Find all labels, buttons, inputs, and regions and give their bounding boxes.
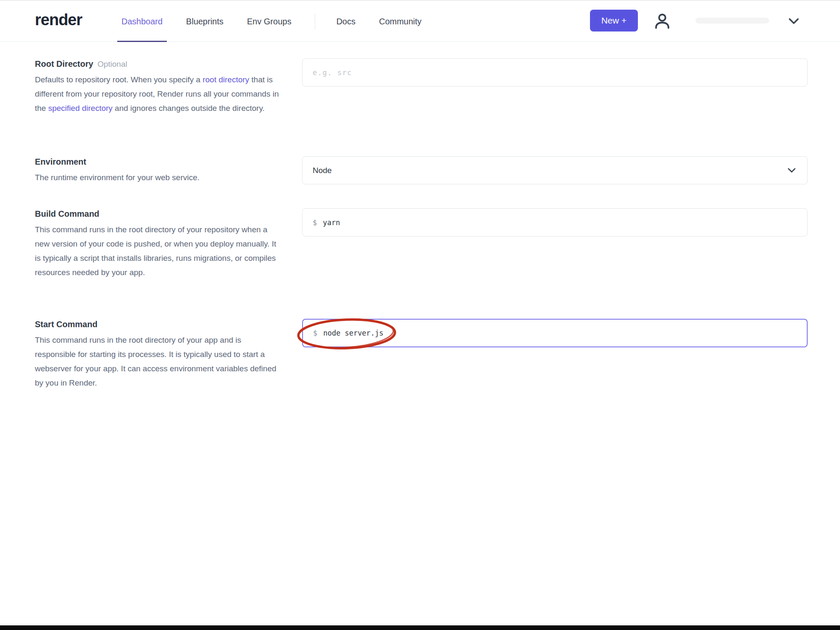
nav-env-groups[interactable]: Env Groups (245, 1, 294, 42)
screenshot-bottom-edge (0, 625, 840, 630)
shell-prompt-prefix: $ (313, 329, 317, 337)
nav-docs[interactable]: Docs (334, 1, 358, 42)
redacted-username (695, 18, 769, 24)
start-command-field: $ (302, 319, 808, 347)
build-command-label: Build Command (35, 209, 99, 218)
root-directory-description: Defaults to repository root. When you sp… (35, 73, 281, 116)
desc-text: Defaults to repository root. When you sp… (35, 75, 203, 84)
root-directory-link[interactable]: root directory (203, 75, 249, 84)
specified-directory-link[interactable]: specified directory (48, 104, 113, 113)
nav-blueprints[interactable]: Blueprints (184, 1, 226, 42)
select-chevron-down-icon (786, 166, 797, 175)
root-directory-input[interactable] (313, 68, 797, 77)
nav-community[interactable]: Community (377, 1, 424, 42)
desc-text: and ignores changes outside the director… (113, 104, 265, 113)
environment-info: Environment The runtime environment for … (35, 157, 281, 185)
optional-badge: Optional (97, 60, 127, 68)
nav-divider (315, 13, 315, 29)
chevron-down-icon[interactable] (787, 16, 801, 28)
environment-selected-value: Node (313, 166, 332, 175)
build-command-info: Build Command This command runs in the r… (35, 209, 281, 280)
new-button[interactable]: New + (590, 10, 638, 32)
nav-dashboard[interactable]: Dashboard (119, 1, 165, 42)
start-command-description: This command runs in the root directory … (35, 333, 281, 390)
root-directory-label: Root Directory (35, 59, 93, 68)
top-navigation-bar: render Dashboard Blueprints Env Groups D… (0, 1, 840, 42)
build-command-field: $ (302, 208, 808, 236)
root-directory-field (302, 58, 808, 87)
person-icon[interactable] (653, 12, 672, 31)
build-command-input[interactable] (323, 218, 797, 227)
environment-description: The runtime environment for your web ser… (35, 171, 281, 185)
root-directory-info: Root DirectoryOptional Defaults to repos… (35, 59, 281, 116)
shell-prompt-prefix: $ (313, 218, 317, 227)
environment-label: Environment (35, 157, 86, 166)
start-command-info: Start Command This command runs in the r… (35, 320, 281, 390)
environment-select[interactable]: Node (302, 156, 808, 184)
render-logo[interactable]: render (35, 11, 82, 29)
start-command-label: Start Command (35, 320, 97, 329)
main-nav: Dashboard Blueprints Env Groups Docs Com… (119, 1, 442, 42)
build-command-description: This command runs in the root directory … (35, 223, 281, 280)
start-command-input[interactable] (323, 329, 797, 337)
